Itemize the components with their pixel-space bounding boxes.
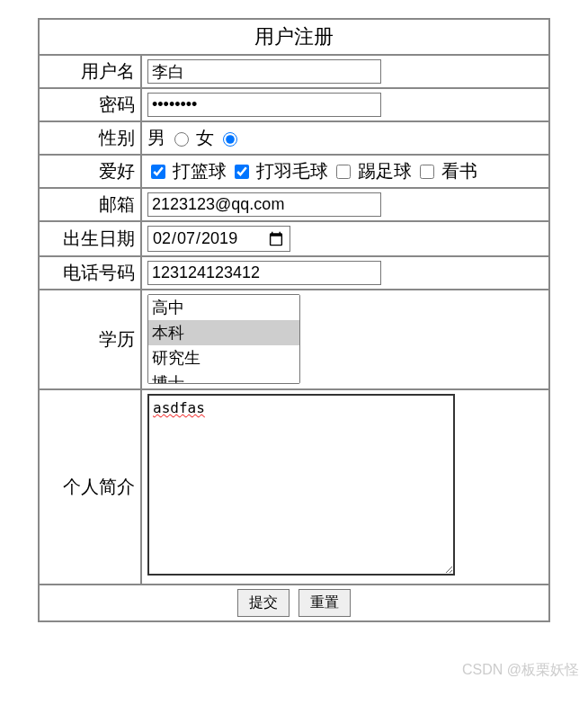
gender-female-radio[interactable] (223, 132, 237, 147)
hobby-cell: 打篮球 打羽毛球 踢足球 看书 (141, 155, 549, 188)
birthdate-input[interactable] (147, 226, 290, 252)
education-option[interactable]: 本科 (148, 320, 299, 345)
gender-male-label: 男 (147, 128, 165, 147)
hobby-badminton-checkbox[interactable] (235, 165, 249, 179)
education-label: 学历 (39, 290, 141, 389)
email-input[interactable] (147, 192, 381, 217)
gender-male-radio[interactable] (174, 132, 189, 147)
phone-input[interactable] (147, 261, 381, 285)
education-select[interactable]: 高中 本科 研究生 博士 (147, 294, 300, 384)
email-label: 邮箱 (39, 188, 141, 221)
gender-female-label: 女 (196, 128, 214, 147)
hobby-label: 爱好 (39, 155, 141, 188)
registration-form: 用户注册 用户名 密码 性别 男 女 爱好 打篮球 打羽毛球 踢足球 (38, 18, 550, 622)
username-label: 用户名 (39, 55, 141, 88)
education-option[interactable]: 高中 (148, 295, 299, 320)
form-title: 用户注册 (39, 19, 549, 55)
hobby-basketball-label: 打篮球 (173, 161, 227, 181)
password-input[interactable] (147, 93, 381, 117)
hobby-badminton-label: 打羽毛球 (256, 161, 328, 181)
bio-label: 个人简介 (39, 389, 141, 585)
password-label: 密码 (39, 88, 141, 121)
bio-textarea[interactable]: asdfas (147, 394, 455, 576)
hobby-basketball-checkbox[interactable] (151, 165, 165, 179)
submit-button[interactable]: 提交 (237, 589, 290, 617)
username-input[interactable] (147, 59, 381, 84)
hobby-reading-label: 看书 (441, 161, 477, 181)
hobby-reading-checkbox[interactable] (420, 165, 434, 179)
hobby-football-checkbox[interactable] (336, 165, 351, 179)
reset-button[interactable]: 重置 (298, 589, 351, 617)
education-option[interactable]: 研究生 (148, 345, 299, 370)
birthdate-label: 出生日期 (39, 221, 141, 256)
education-option[interactable]: 博士 (148, 370, 299, 384)
phone-label: 电话号码 (39, 256, 141, 290)
hobby-football-label: 踢足球 (358, 161, 412, 181)
gender-label: 性别 (39, 121, 141, 155)
